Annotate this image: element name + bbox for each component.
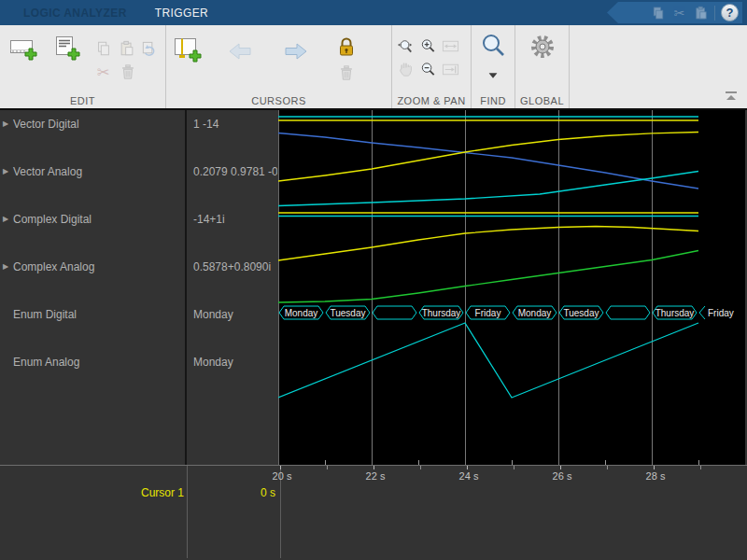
svg-text:Tuesday: Tuesday — [331, 308, 366, 318]
signal-value: 0.2079 0.9781 -0 — [193, 164, 277, 179]
zoom-around-cursor-button[interactable] — [442, 61, 459, 78]
delete-button[interactable] — [120, 63, 136, 80]
waveform-canvas[interactable]: MondayTuesdayThursdayFridayMondayTuesday… — [278, 110, 745, 465]
signal-value: Monday — [193, 355, 277, 370]
signal-value: -14+1i — [193, 212, 277, 227]
collapse-ribbon-icon[interactable] — [725, 88, 738, 105]
axis-tick-minor — [607, 466, 608, 469]
axis-tick-minor — [514, 466, 514, 469]
signal-value: 1 -14 — [193, 117, 277, 132]
axis-and-cursor-panel: 20 s22 s24 s26 s28 s Cursor 1 0 s — [0, 465, 747, 558]
cut-button[interactable]: ✂ — [97, 63, 109, 81]
fit-to-view-button[interactable] — [442, 37, 459, 55]
previous-transition-button[interactable] — [228, 41, 252, 62]
axis-tick-major — [654, 466, 655, 469]
section-label-cursors: CURSORS — [166, 95, 391, 106]
add-divider-button[interactable] — [54, 35, 80, 61]
axis-tick-label: 26 s — [553, 470, 572, 482]
add-cursor-button[interactable] — [174, 36, 202, 63]
signal-names-column: ▶Vector Digital ▶Vector Analog ▶Complex … — [0, 110, 187, 465]
section-find: FIND — [472, 25, 515, 108]
tab-trigger[interactable]: TRIGGER — [155, 7, 208, 20]
expander-icon[interactable]: ▶ — [3, 117, 13, 132]
axis-tick-label: 20 s — [273, 470, 292, 482]
lock-cursor-button[interactable] — [336, 36, 357, 59]
section-label-global: GLOBAL — [515, 95, 569, 106]
column-divider[interactable] — [187, 466, 188, 558]
delete-cursor-button[interactable] — [338, 64, 355, 81]
copy-icon[interactable] — [650, 5, 666, 21]
find-dropdown-caret[interactable] — [489, 65, 498, 82]
signal-name: Vector Digital — [13, 117, 79, 132]
titlebar: LOGIC ANALYZER TRIGGER ✂ ? — [0, 0, 747, 25]
logic-analyzer-window: LOGIC ANALYZER TRIGGER ✂ ? — [0, 0, 747, 560]
axis-tick-minor — [327, 466, 328, 469]
axis-tick-major — [374, 466, 374, 469]
signal-row[interactable]: ▶Vector Analog — [3, 164, 82, 179]
copy-button[interactable] — [95, 40, 112, 57]
axis-tick-major — [467, 466, 468, 469]
section-cursors: CURSORS — [166, 25, 392, 108]
axis-tick-minor — [700, 466, 701, 469]
zoom-time-button[interactable] — [397, 37, 415, 55]
add-wave-button[interactable] — [9, 36, 37, 61]
find-button[interactable] — [480, 33, 508, 61]
zoom-in-button[interactable] — [419, 37, 437, 55]
cut-icon[interactable]: ✂ — [671, 5, 687, 21]
signal-value: 0.5878+0.8090i — [193, 259, 277, 274]
svg-text:Tuesday: Tuesday — [564, 308, 599, 318]
signal-name: Vector Analog — [13, 164, 82, 179]
signal-value: Monday — [193, 307, 277, 322]
signal-name: Enum Digital — [13, 307, 77, 322]
axis-tick-label: 28 s — [646, 470, 666, 482]
signal-row[interactable]: ▶Enum Digital — [3, 307, 77, 322]
cursor-time-value[interactable]: 0 s — [191, 486, 275, 499]
toolstrip-spacer — [570, 25, 747, 108]
section-global: GLOBAL — [515, 25, 570, 108]
axis-tick-label: 22 s — [366, 470, 386, 482]
section-label-edit: EDIT — [0, 95, 165, 106]
svg-text:Friday: Friday — [475, 308, 501, 318]
signal-values-column: 1 -14 0.2079 0.9781 -0 -14+1i 0.5878+0.8… — [187, 110, 278, 465]
axis-tick-minor — [420, 466, 421, 469]
restore-button[interactable] — [140, 40, 158, 58]
waveform-plot-area[interactable]: MondayTuesdayThursdayFridayMondayTuesday… — [278, 110, 745, 465]
cursor-label[interactable]: Cursor 1 — [0, 486, 184, 499]
section-label-zoom-pan: ZOOM & PAN — [392, 95, 471, 106]
section-zoom-pan: ZOOM & PAN — [392, 25, 472, 108]
axis-tick-label: 24 s — [459, 470, 479, 482]
signal-name: Complex Digital — [13, 212, 92, 227]
section-edit: ✂ EDIT — [0, 25, 166, 108]
display-area: ▶Vector Digital ▶Vector Analog ▶Complex … — [0, 110, 747, 465]
help-button[interactable]: ? — [721, 4, 739, 21]
signal-name: Enum Analog — [13, 355, 79, 370]
axis-tick-major — [280, 466, 281, 469]
svg-text:Thursday: Thursday — [655, 308, 695, 318]
signal-row[interactable]: ▶Complex Digital — [3, 212, 92, 227]
quick-access-toolbar: ✂ ? — [607, 2, 742, 23]
tab-logic-analyzer[interactable]: LOGIC ANALYZER — [23, 7, 127, 20]
svg-text:Thursday: Thursday — [422, 308, 461, 318]
signal-row[interactable]: ▶Complex Analog — [3, 259, 94, 274]
expander-icon[interactable]: ▶ — [3, 164, 13, 179]
signal-row[interactable]: ▶Enum Analog — [3, 355, 79, 370]
next-transition-button[interactable] — [284, 41, 308, 62]
axis-tick-major — [560, 466, 561, 469]
toolstrip: ✂ EDIT CURSORS — [0, 25, 747, 110]
pan-button[interactable] — [397, 61, 415, 78]
paste-button[interactable] — [119, 40, 135, 57]
section-label-find: FIND — [472, 95, 514, 106]
separator — [714, 6, 715, 21]
paste-icon[interactable] — [693, 5, 709, 21]
expander-icon[interactable]: ▶ — [3, 212, 13, 227]
svg-text:Monday: Monday — [518, 308, 552, 318]
expander-icon[interactable]: ▶ — [3, 259, 13, 274]
zoom-out-button[interactable] — [419, 61, 437, 78]
settings-gear-icon[interactable] — [529, 34, 556, 60]
signal-row[interactable]: ▶Vector Digital — [3, 117, 79, 132]
svg-text:Monday: Monday — [285, 308, 318, 318]
signal-name: Complex Analog — [13, 259, 94, 274]
svg-text:Friday: Friday — [708, 308, 734, 318]
